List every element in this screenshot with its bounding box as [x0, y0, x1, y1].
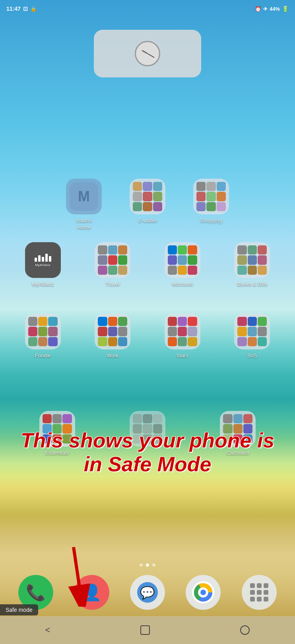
clock-widget[interactable] — [94, 30, 201, 77]
time-display: 11:47 — [6, 6, 21, 12]
allianz-text: MyAllianz — [35, 263, 50, 267]
app-travel[interactable]: Travel — [87, 242, 138, 288]
banks-bills-label: Banks & Bills — [237, 281, 267, 288]
screenshot-icon: ⊡ — [23, 6, 28, 12]
myallianz-label: MyAllianz — [32, 281, 54, 288]
status-right: ⏰ ✈ 44% 🔋 — [255, 6, 289, 12]
e-wallet-label: E-wallet — [138, 218, 157, 224]
airplane-icon: ✈ — [263, 6, 268, 12]
lock-icon: 🔒 — [30, 6, 37, 12]
stars-label: Stars — [177, 353, 188, 359]
app-foodie[interactable]: Foodie — [17, 314, 69, 359]
page-dots — [140, 563, 155, 567]
app-shopping[interactable]: Shopping — [185, 179, 237, 231]
nav-recents[interactable] — [240, 625, 250, 635]
sns-label: SnS — [247, 353, 257, 359]
safe-mode-badge: Safe mode — [0, 604, 38, 615]
back-icon: < — [45, 625, 50, 635]
home-icon — [140, 625, 150, 635]
app-microsoft[interactable]: Microsoft — [157, 242, 208, 288]
svg-line-1 — [74, 547, 82, 601]
safe-mode-label: Safe mode — [6, 607, 33, 613]
battery-icon: 🔋 — [282, 6, 289, 12]
clock-face — [135, 41, 160, 66]
recents-icon — [240, 625, 250, 635]
app-e-wallet[interactable]: E-wallet — [122, 179, 173, 231]
annotation-text: This shows your phone is in Safe Mode — [21, 429, 275, 476]
nav-home[interactable] — [140, 625, 150, 635]
xiaomi-home-label: XiaomiHome — [76, 218, 92, 231]
navigation-bar: < — [0, 616, 295, 644]
safe-mode-annotation: This shows your phone is in Safe Mode — [20, 429, 275, 476]
alarm-icon: ⏰ — [255, 6, 261, 12]
phone-icon: 📞 — [26, 583, 46, 602]
app-work[interactable]: Work — [87, 314, 138, 359]
foodie-label: Foodie — [35, 353, 51, 359]
app-stars[interactable]: Stars — [157, 314, 208, 359]
nav-back[interactable]: < — [45, 625, 50, 635]
status-left: 11:47 ⊡ 🔒 — [6, 6, 37, 12]
status-bar: 11:47 ⊡ 🔒 ⏰ ✈ 44% 🔋 — [0, 0, 295, 17]
battery-display: 44% — [270, 6, 280, 12]
messages-bubble: 💬 — [137, 582, 158, 603]
app-banks-bills[interactable]: Banks & Bills — [226, 242, 278, 288]
dock-messages[interactable]: 💬 — [130, 575, 165, 610]
dot-2 — [146, 563, 149, 567]
work-label: Work — [107, 353, 118, 359]
app-row-1: M XiaomiHome E-wallet — [0, 179, 295, 242]
travel-label: Travel — [105, 281, 120, 288]
app-xiaomi-home[interactable]: M XiaomiHome — [58, 179, 110, 231]
dock-app-drawer[interactable] — [242, 575, 277, 610]
xiaomi-logo: M — [78, 188, 90, 205]
dot-3 — [152, 563, 155, 567]
dot-1 — [140, 563, 143, 567]
microsoft-label: Microsoft — [172, 281, 193, 288]
chrome-icon — [192, 581, 215, 604]
svg-point-8 — [200, 590, 206, 595]
app-row-2: MyAllianz MyAllianz Trave — [0, 242, 295, 299]
dock-chrome[interactable] — [186, 575, 221, 610]
app-row-3: Foodie Work — [0, 314, 295, 370]
clock-minute-hand — [148, 53, 155, 58]
app-sns[interactable]: SnS — [226, 314, 278, 359]
dock: 📞 👤 💬 — [8, 573, 287, 612]
app-myallianz[interactable]: MyAllianz MyAllianz — [17, 242, 69, 288]
shopping-label: Shopping — [200, 218, 222, 224]
arrow-indicator — [62, 543, 93, 608]
messages-icon: 💬 — [140, 586, 155, 600]
clock-hour-hand — [142, 50, 148, 54]
